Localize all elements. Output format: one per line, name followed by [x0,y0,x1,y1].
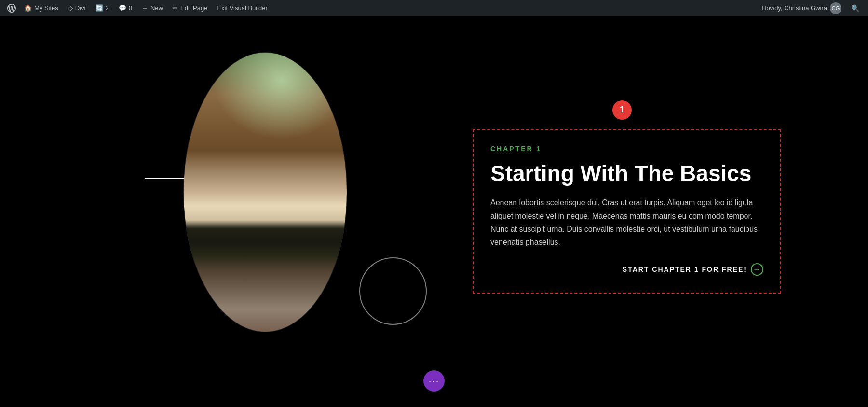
user-greeting: Howdy, Christina Gwira CG [757,2,846,14]
chapter-label: CHAPTER 1 [490,145,763,153]
chapter-body: Aenean lobortis scelerisque dui. Cras ut… [490,196,763,249]
pencil-icon: ✏ [173,4,178,12]
divi-label: Divi [75,4,86,12]
chapter-number-badge: 1 [612,100,632,120]
updates-count: 2 [106,4,109,12]
edit-page-button[interactable]: ✏ Edit Page [168,0,212,16]
right-section: 1 CHAPTER 1 Starting With The Basics Aen… [473,129,781,294]
comments-icon: 💬 [119,4,126,12]
admin-bar-right: Howdy, Christina Gwira CG 🔍 [757,2,864,14]
search-icon[interactable]: 🔍 [846,4,864,12]
chapter-box: CHAPTER 1 Starting With The Basics Aenea… [473,129,781,294]
floating-dots-button[interactable]: ··· [423,370,445,392]
divi-menu[interactable]: ◇ Divi [63,0,91,16]
edit-page-label: Edit Page [180,4,207,12]
new-label: New [150,4,163,12]
wordpress-logo[interactable] [4,0,19,16]
oval-photo [183,52,347,332]
user-avatar[interactable]: CG [830,2,841,14]
exit-builder-button[interactable]: Exit Visual Builder [212,0,272,16]
plus-icon: ＋ [142,4,148,13]
howdy-text: Howdy, Christina Gwira [762,4,827,12]
chapter-title: Starting With The Basics [490,161,763,186]
cta-arrow-icon: → [751,263,763,276]
my-sites-icon: 🏠 [24,4,32,12]
cta-label: START CHAPTER 1 FOR FREE! [623,266,747,273]
comments-button[interactable]: 💬 0 [114,0,137,16]
divi-icon: ◇ [68,4,73,12]
updates-button[interactable]: 🔄 2 [91,0,114,16]
chapter-number: 1 [620,105,624,115]
my-sites-menu[interactable]: 🏠 My Sites [19,0,63,16]
photo-background [184,53,347,332]
new-button[interactable]: ＋ New [137,0,168,16]
my-sites-label: My Sites [34,4,58,12]
comments-count: 0 [129,4,132,12]
decorative-circle [359,257,427,325]
page-content: 1 CHAPTER 1 Starting With The Basics Aen… [0,16,868,407]
updates-icon: 🔄 [95,4,103,12]
dots-label: ··· [429,376,440,387]
exit-builder-label: Exit Visual Builder [217,4,268,12]
left-section [87,28,453,395]
cta-button[interactable]: START CHAPTER 1 FOR FREE! → [490,263,763,276]
admin-bar: 🏠 My Sites ◇ Divi 🔄 2 💬 0 ＋ New ✏ Edit P… [0,0,868,16]
